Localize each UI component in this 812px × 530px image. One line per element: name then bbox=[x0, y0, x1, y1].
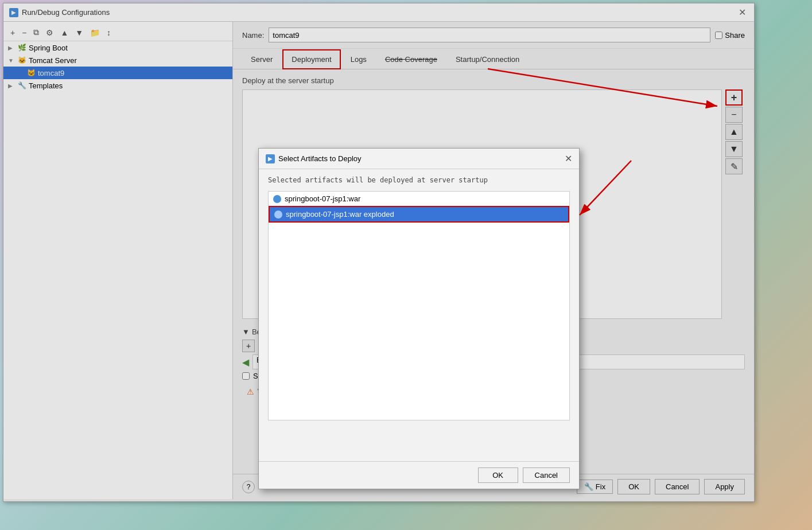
artifact-dialog: ▶ Select Artifacts to Deploy ✕ Selected … bbox=[258, 148, 580, 489]
artifact-item-war[interactable]: springboot-07-jsp1:war bbox=[269, 192, 569, 206]
artifact-titlebar: ▶ Select Artifacts to Deploy ✕ bbox=[259, 149, 579, 169]
artifact-footer: OK Cancel bbox=[259, 461, 579, 489]
artifact-dialog-title: Select Artifacts to Deploy bbox=[278, 154, 362, 163]
artifact-war-exploded-icon bbox=[274, 211, 282, 219]
artifact-ok-button[interactable]: OK bbox=[478, 467, 518, 483]
artifact-close-button[interactable]: ✕ bbox=[565, 153, 572, 164]
artifact-war-icon bbox=[273, 195, 281, 203]
artifact-dialog-icon: ▶ bbox=[266, 154, 275, 163]
artifact-list: springboot-07-jsp1:war springboot-07-jsp… bbox=[268, 191, 570, 420]
artifact-title-left: ▶ Select Artifacts to Deploy bbox=[266, 154, 362, 163]
artifact-cancel-button[interactable]: Cancel bbox=[523, 467, 570, 483]
artifact-body: Selected artifacts will be deployed at s… bbox=[259, 169, 579, 461]
artifact-war-exploded-label: springboot-07-jsp1:war exploded bbox=[286, 210, 394, 219]
artifact-war-label: springboot-07-jsp1:war bbox=[285, 194, 360, 203]
artifact-item-war-exploded[interactable]: springboot-07-jsp1:war exploded bbox=[269, 206, 569, 223]
artifact-description: Selected artifacts will be deployed at s… bbox=[268, 176, 570, 184]
